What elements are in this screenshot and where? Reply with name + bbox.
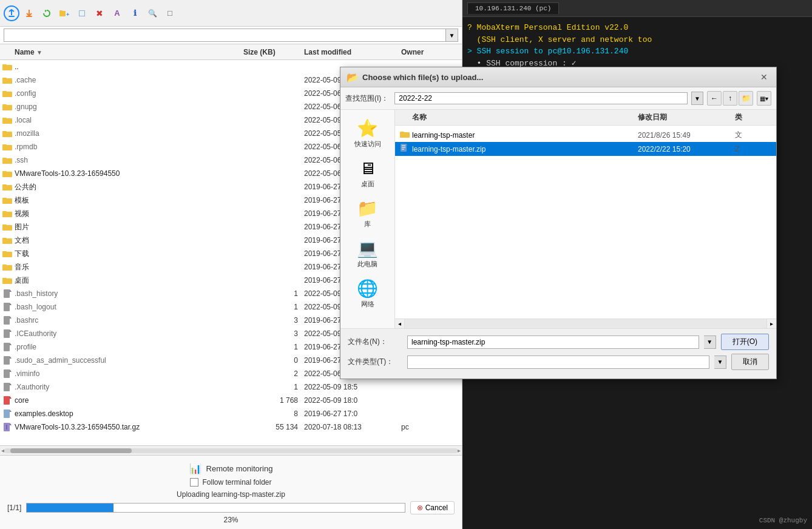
file-name: 音乐 (15, 262, 243, 272)
dialog-sidebar: ⭐快速访问🖥桌面📁库💻此电脑🌐网络 (340, 110, 395, 328)
dialog-sidebar-item-桌面[interactable]: 🖥桌面 (343, 155, 392, 192)
svg-rect-17 (2, 145, 12, 150)
svg-rect-52 (400, 132, 404, 133)
file-dark-icon (0, 288, 15, 299)
svg-rect-13 (2, 118, 12, 124)
svg-rect-19 (2, 158, 12, 164)
delete-button[interactable]: ✖ (92, 5, 107, 21)
refresh-button[interactable] (39, 5, 55, 21)
scrollbar-track[interactable] (4, 448, 458, 453)
scroll-right-arrow[interactable]: ▸ (458, 447, 461, 454)
table-row[interactable]: VMwareTools-10.3.23-16594550.tar.gz55 13… (0, 420, 462, 434)
svg-rect-9 (2, 92, 12, 97)
svg-rect-30 (2, 224, 7, 226)
svg-rect-12 (2, 104, 7, 106)
svg-rect-5 (2, 65, 12, 70)
horizontal-scrollbar[interactable]: ◂ ▸ (0, 445, 462, 455)
svg-rect-50 (6, 425, 7, 430)
table-row[interactable]: core1 7682022-05-09 18:0 (0, 394, 462, 407)
svg-rect-32 (2, 238, 7, 239)
dialog-filetype-dropdown[interactable]: ▼ (714, 355, 726, 369)
dialog-open-button[interactable]: 打开(O) (721, 334, 769, 350)
col-modified-header[interactable]: Last modified (304, 48, 401, 56)
dialog-sidebar-item-网络[interactable]: 🌐网络 (343, 275, 392, 312)
dialog-cancel-button[interactable]: 取消 (731, 354, 769, 370)
new-file-button[interactable]: □ (74, 5, 90, 21)
folder-icon (0, 248, 15, 259)
dialog-file-row[interactable]: learning-tsp-master.zip2022/2/22 15:20Z (395, 142, 776, 156)
folder-icon (0, 155, 15, 166)
svg-rect-47 (4, 396, 10, 405)
dialog-titlebar: 📂 Choose which file(s) to upload... ✕ (340, 67, 776, 87)
info-button[interactable]: ℹ (127, 5, 143, 21)
dialog-close-button[interactable]: ✕ (758, 71, 770, 83)
svg-rect-15 (2, 132, 12, 137)
dialog-title-text: Choose which file(s) to upload... (362, 73, 483, 82)
folder-icon (0, 261, 15, 272)
svg-rect-24 (2, 184, 7, 186)
dialog-sidebar-item-此电脑[interactable]: 💻此电脑 (343, 235, 392, 272)
terminal-tab[interactable]: 10.196.131.240 (pc) (467, 2, 559, 14)
folder-icon (0, 88, 15, 99)
svg-rect-41 (4, 316, 10, 325)
file-name: .bash_logout (15, 303, 243, 311)
dialog-filename-input[interactable] (407, 335, 699, 349)
cancel-upload-button[interactable]: ⊗ Cancel (410, 501, 455, 514)
table-row[interactable]: examples.desktop82019-06-27 17:0 (0, 407, 462, 420)
file-upload-dialog[interactable]: 📂 Choose which file(s) to upload... ✕ 查找… (340, 67, 777, 379)
dialog-path-input[interactable] (394, 92, 688, 104)
dialog-file-area: 名称 修改日期 类 learning-tsp-master2021/8/26 1… (395, 110, 776, 328)
file-name: .. (15, 62, 243, 71)
address-dropdown[interactable]: ▼ (446, 29, 458, 42)
dialog-scroll-right[interactable]: ▸ (766, 319, 776, 329)
folder-icon (0, 195, 15, 206)
rename-button[interactable]: A (109, 5, 125, 21)
dialog-scroll-left[interactable]: ◂ (395, 319, 405, 329)
dialog-path-dropdown[interactable]: ▼ (691, 92, 703, 105)
svg-rect-2 (59, 11, 66, 16)
svg-rect-48 (4, 409, 10, 418)
dialog-view-button[interactable]: ▦▾ (757, 91, 771, 106)
dialog-sidebar-item-库[interactable]: 📁库 (343, 195, 392, 232)
folder-icon (0, 235, 15, 246)
download-button[interactable] (21, 5, 37, 21)
address-input[interactable]: /home/pc/ (4, 29, 446, 42)
dialog-file-row[interactable]: learning-tsp-master2021/8/26 15:49文 (395, 128, 776, 142)
progress-counter: [1/1] (7, 504, 21, 512)
scrollbar-thumb[interactable] (10, 448, 132, 453)
file-name: .local (15, 116, 243, 124)
dialog-title-left: 📂 Choose which file(s) to upload... (347, 72, 483, 83)
dialog-sidebar-item-快速访问[interactable]: ⭐快速访问 (343, 115, 392, 152)
sidebar-item-label: 库 (364, 220, 371, 229)
terminal-watermark: CSDN @zhugby (759, 517, 807, 524)
options-button[interactable]: □ (162, 5, 178, 21)
col-name-header[interactable]: Name ▼ (0, 48, 243, 56)
dialog-filetype-input[interactable] (407, 355, 709, 369)
folder-icon (0, 75, 15, 86)
find-button[interactable]: 🔍 (144, 5, 160, 21)
svg-rect-35 (2, 265, 12, 271)
file-name: .viminfo (15, 369, 243, 378)
terminal-titlebar: 10.196.131.240 (pc) (462, 0, 812, 17)
upload-button[interactable] (4, 5, 19, 21)
dialog-filename-row: 文件名(N)： ▼ 打开(O) (348, 334, 769, 350)
sidebar-item-label: 网络 (361, 300, 374, 309)
col-size-header[interactable]: Size (KB) (243, 48, 304, 56)
dialog-nav-up[interactable]: ↑ (723, 91, 737, 106)
new-folder-button[interactable]: + (56, 5, 72, 21)
dialog-horizontal-scroll[interactable]: ◂ ▸ (395, 318, 776, 328)
remote-icon: 📊 (189, 463, 201, 474)
file-name: 桌面 (15, 275, 243, 286)
file-light-icon (0, 408, 15, 419)
follow-terminal-checkbox[interactable] (190, 478, 198, 487)
col-owner-header[interactable]: Owner (401, 48, 462, 56)
svg-rect-3 (59, 10, 63, 12)
dialog-nav-back[interactable]: ← (707, 91, 722, 106)
dialog-nav-buttons: ← ↑ 📁 (707, 91, 753, 106)
table-row[interactable]: .Xauthority12022-05-09 18:5 (0, 380, 462, 394)
dialog-filename-dropdown[interactable]: ▼ (704, 335, 716, 349)
dialog-nav-new-folder[interactable]: 📁 (739, 91, 753, 106)
sidebar-item-icon: 💻 (357, 238, 378, 258)
svg-rect-21 (2, 172, 12, 177)
folder-icon (0, 275, 15, 286)
